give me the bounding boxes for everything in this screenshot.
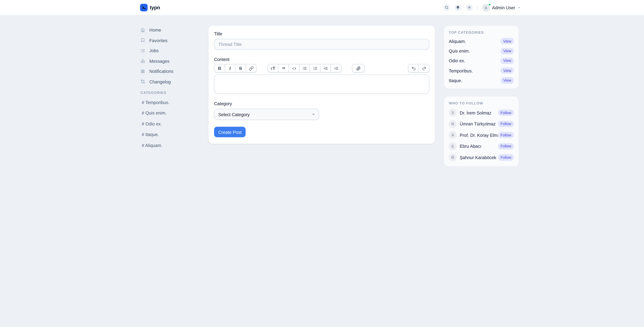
user-menu[interactable]: A Admin User bbox=[482, 4, 521, 12]
sidebar-item-changelog[interactable]: Changelog bbox=[140, 79, 202, 85]
format-group: B I S bbox=[214, 64, 256, 72]
right-sidebar: TOP CATEGORIES Aliquam. View Quis enim. … bbox=[444, 25, 519, 167]
content-label: Content bbox=[214, 57, 430, 62]
who-to-follow-panel: WHO TO FOLLOW S Dr. İrem Solmaz Follow R… bbox=[444, 96, 519, 167]
view-button[interactable]: View bbox=[500, 38, 514, 44]
home-icon bbox=[140, 28, 145, 32]
sidebar-category-odio-ex[interactable]: # Odio ex. bbox=[142, 121, 202, 127]
attach-group bbox=[352, 64, 365, 72]
follow-suggestion-row: E Ebru Abacı Follow bbox=[449, 142, 514, 150]
page: typn A Admin User bbox=[0, 0, 644, 327]
top-category-name: Quis enim. bbox=[449, 49, 470, 54]
sidebar-item-notifications[interactable]: Notifications bbox=[140, 68, 202, 74]
title-label: Title bbox=[214, 31, 430, 36]
view-button[interactable]: View bbox=[500, 68, 514, 74]
italic-button[interactable]: I bbox=[225, 64, 236, 72]
redo-icon bbox=[422, 66, 426, 71]
follow-button[interactable]: Follow bbox=[498, 121, 514, 127]
numbered-list-button[interactable]: 123 bbox=[310, 64, 320, 72]
sidebar-category-aliquam[interactable]: # Aliquam. bbox=[142, 142, 202, 148]
sidebar-category-itaque[interactable]: # Itaque. bbox=[142, 132, 202, 138]
code-icon bbox=[292, 66, 296, 71]
undo-icon bbox=[411, 66, 416, 71]
follow-button[interactable]: Follow bbox=[498, 132, 514, 138]
undo-button[interactable] bbox=[408, 64, 419, 72]
strikethrough-button[interactable]: S bbox=[235, 64, 246, 72]
search-button[interactable] bbox=[443, 4, 450, 11]
svg-text:3: 3 bbox=[313, 69, 314, 70]
sidebar-item-jobs[interactable]: Jobs bbox=[140, 48, 202, 54]
changelog-icon bbox=[140, 79, 145, 84]
follow-button[interactable]: Follow bbox=[498, 154, 514, 161]
paperclip-icon bbox=[356, 66, 361, 71]
suggested-user-name: Ebru Abacı bbox=[460, 144, 481, 149]
suggested-user-name: Prof. Dr. Koray Elmas... bbox=[460, 133, 498, 138]
follow-button[interactable]: Follow bbox=[498, 110, 514, 116]
suggested-user-name: Ümran Türkyılmaz bbox=[460, 121, 496, 126]
top-categories-panel: TOP CATEGORIES Aliquam. View Quis enim. … bbox=[444, 25, 519, 89]
top-category-name: Itaque. bbox=[449, 78, 462, 83]
indent-icon bbox=[334, 66, 338, 71]
sidebar-category-quis-enim[interactable]: # Quis enim. bbox=[142, 110, 202, 116]
sidebar-item-messages[interactable]: Messages bbox=[140, 58, 202, 64]
block-group: TT ” 123 bbox=[268, 64, 342, 72]
category-label: Category bbox=[214, 101, 430, 106]
view-button[interactable]: View bbox=[500, 77, 514, 84]
follow-button[interactable]: Follow bbox=[498, 143, 514, 149]
view-button[interactable]: View bbox=[500, 48, 514, 54]
avatar: A bbox=[449, 131, 457, 139]
content-editor[interactable] bbox=[214, 75, 430, 94]
chevron-down-icon bbox=[517, 6, 520, 9]
bold-button[interactable]: B bbox=[214, 64, 225, 72]
strikethrough-icon: S bbox=[239, 66, 242, 71]
brand[interactable]: typn bbox=[140, 4, 160, 11]
top-category-name: Aliquam. bbox=[449, 39, 466, 44]
sidebar-item-label: Jobs bbox=[149, 48, 158, 53]
categories-heading: CATEGORIES bbox=[140, 90, 202, 95]
top-category-name: Odio ex. bbox=[449, 58, 465, 63]
sidebar-item-label: Home bbox=[149, 27, 161, 32]
header-divider bbox=[478, 5, 478, 11]
avatar-initial: A bbox=[484, 5, 488, 10]
avatar: A bbox=[482, 4, 490, 12]
online-status-dot bbox=[488, 3, 491, 6]
app-header: typn A Admin User bbox=[0, 0, 644, 16]
bell-icon bbox=[456, 6, 460, 10]
indent-button[interactable] bbox=[331, 64, 342, 72]
view-button[interactable]: View bbox=[500, 58, 514, 64]
list-icon bbox=[140, 48, 145, 53]
top-category-row: Odio ex. View bbox=[449, 58, 514, 64]
sidebar-item-label: Messages bbox=[149, 58, 169, 63]
notifications-button[interactable] bbox=[455, 4, 461, 11]
code-button[interactable] bbox=[288, 64, 300, 72]
category-select-value: Select Category bbox=[218, 112, 250, 117]
bookmark-icon bbox=[140, 38, 145, 43]
sun-icon bbox=[468, 6, 472, 10]
theme-toggle-button[interactable] bbox=[466, 4, 473, 11]
sidebar: Home Favorites Jobs Messages Notificatio… bbox=[139, 25, 202, 153]
sidebar-item-label: Favorites bbox=[149, 38, 168, 43]
sidebar-category-temporibus[interactable]: # Temporibus. bbox=[142, 100, 202, 106]
link-button[interactable] bbox=[246, 64, 256, 72]
sidebar-item-favorites[interactable]: Favorites bbox=[140, 37, 202, 43]
top-category-name: Temporibus. bbox=[449, 68, 473, 73]
attach-button[interactable] bbox=[352, 64, 365, 72]
blockquote-button[interactable]: ” bbox=[278, 64, 289, 72]
redo-button[interactable] bbox=[418, 64, 430, 72]
top-category-row: Quis enim. View bbox=[449, 48, 514, 54]
top-category-row: Aliquam. View bbox=[449, 38, 514, 44]
create-post-button[interactable]: Create Post bbox=[214, 127, 246, 137]
sidebar-item-home[interactable]: Home bbox=[140, 27, 202, 33]
category-select[interactable]: Select Category bbox=[214, 109, 319, 120]
avatar: S bbox=[449, 109, 457, 117]
title-input[interactable] bbox=[214, 39, 430, 50]
follow-suggestion-row: R Ümran Türkyılmaz Follow bbox=[449, 120, 514, 128]
heading-button[interactable]: TT bbox=[268, 64, 278, 72]
numbered-list-icon: 123 bbox=[313, 66, 317, 71]
follow-suggestion-row: B Şahnur Karaböcek Follow bbox=[449, 153, 514, 161]
top-categories-heading: TOP CATEGORIES bbox=[449, 30, 514, 35]
rows-icon bbox=[140, 69, 145, 74]
bullet-list-button[interactable] bbox=[299, 64, 310, 72]
outdent-button[interactable] bbox=[320, 64, 331, 72]
brand-terminal-icon bbox=[140, 4, 148, 11]
